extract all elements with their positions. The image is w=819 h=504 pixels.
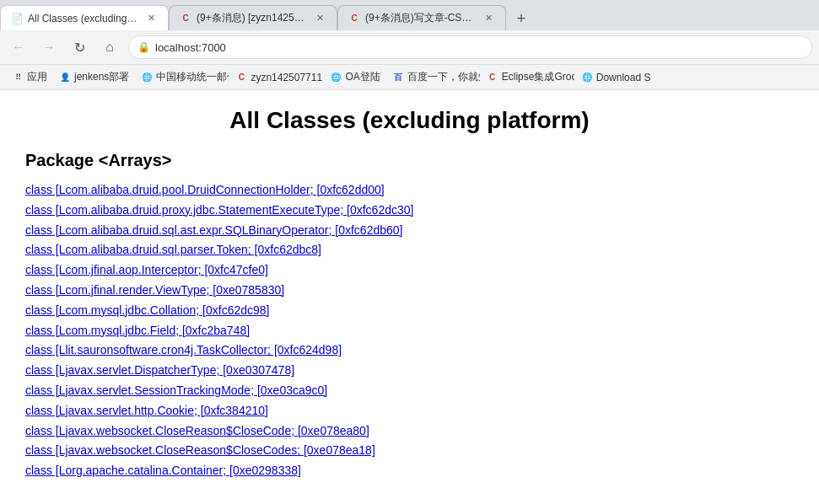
forward-button[interactable]: →: [37, 35, 61, 59]
tab-bar: 📄 All Classes (excluding platfor… ✕ C (9…: [0, 0, 819, 30]
class-list-item: class [Lcom.mysql.jdbc.Field; [0xfc2ba74…: [25, 321, 794, 341]
class-list: class [Lcom.alibaba.druid.pool.DruidConn…: [25, 180, 794, 481]
url-text: localhost:7000: [155, 41, 226, 54]
class-list-item: class [Lcom.alibaba.druid.pool.DruidConn…: [25, 180, 794, 201]
class-link[interactable]: class [Ljavax.servlet.SessionTrackingMod…: [25, 383, 327, 397]
lock-icon: 🔒: [137, 41, 150, 53]
url-bar[interactable]: 🔒 localhost:7000: [128, 35, 812, 59]
class-list-item: class [Llit.sauronsoftware.cron4j.TaskCo…: [25, 340, 794, 361]
oa-icon: 🌐: [330, 72, 342, 83]
tab-favicon-csdn-2: C: [348, 13, 360, 24]
jenkins-icon: 👤: [59, 72, 71, 83]
browser-frame: 📄 All Classes (excluding platfor… ✕ C (9…: [0, 0, 819, 504]
bookmark-label-oa: OA登陆: [345, 70, 380, 84]
class-link[interactable]: class [Lcom.jfinal.aop.Interceptor; [0xf…: [25, 263, 268, 276]
csdn-icon-1: C: [235, 72, 247, 83]
tab-3[interactable]: C (9+条消息)写文章-CSDN博客 ✕: [337, 5, 506, 30]
apps-icon: ⠿: [12, 72, 24, 83]
bookmark-apps[interactable]: ⠿ 应用: [7, 68, 52, 86]
bookmark-label-baidu: 百度一下，你就知道: [407, 70, 480, 84]
class-list-item: class [Lcom.alibaba.druid.sql.parser.Tok…: [25, 240, 794, 260]
bookmark-label-eclipse: Eclipse集成Groov...: [502, 70, 574, 84]
class-link[interactable]: class [Ljavax.servlet.http.Cookie; [0xfc…: [25, 404, 268, 417]
tab-2[interactable]: C (9+条消息) [zyzn14250771195… ✕: [169, 5, 337, 30]
tab-close-2[interactable]: ✕: [313, 12, 326, 25]
class-link[interactable]: class [Lcom.jfinal.render.ViewType; [0xe…: [25, 283, 284, 297]
class-list-item: class [Lcom.alibaba.druid.sql.ast.expr.S…: [25, 221, 794, 241]
class-list-item: class [Lcom.jfinal.aop.Interceptor; [0xf…: [25, 260, 794, 281]
tab-close-1[interactable]: ✕: [144, 12, 158, 25]
bookmark-label-csdn: zyzn14250771119...: [251, 72, 323, 83]
bookmarks-bar: ⠿ 应用 👤 jenkens部署 🌐 中国移动统一邮件... C zyzn142…: [0, 65, 819, 90]
csdn-icon-2: C: [487, 72, 498, 83]
page-content: All Classes (excluding platform) Package…: [0, 90, 819, 504]
class-link[interactable]: class [Lcom.alibaba.druid.sql.parser.Tok…: [25, 243, 321, 256]
tab-title-2: (9+条消息) [zyzn14250771195…: [197, 11, 308, 25]
class-list-item: class [Lcom.mysql.jdbc.Collation; [0xfc6…: [25, 301, 794, 321]
bookmark-label-jenkins: jenkens部署: [74, 70, 129, 84]
page-title: All Classes (excluding platform): [25, 107, 794, 134]
bookmark-label-apps: 应用: [27, 70, 47, 84]
bookmark-womail[interactable]: 🌐 中国移动统一邮件...: [136, 68, 229, 86]
class-link[interactable]: class [Llit.sauronsoftware.cron4j.TaskCo…: [25, 343, 342, 357]
new-tab-button[interactable]: +: [509, 7, 533, 30]
bookmark-download[interactable]: 🌐 Download S: [576, 70, 656, 85]
address-bar: ← → ↻ ⌂ 🔒 localhost:7000: [0, 30, 819, 65]
bookmark-oa[interactable]: 🌐 OA登陆: [325, 68, 385, 86]
tab-active[interactable]: 📄 All Classes (excluding platfor… ✕: [0, 5, 169, 30]
package-heading: Package <Arrays>: [25, 151, 794, 170]
class-list-item: class [Lcom.alibaba.druid.proxy.jdbc.Sta…: [25, 201, 794, 221]
class-link[interactable]: class [Lorg.apache.catalina.Container; […: [25, 464, 301, 477]
class-link[interactable]: class [Lcom.mysql.jdbc.Field; [0xfc2ba74…: [25, 324, 250, 337]
class-list-item: class [Ljavax.websocket.CloseReason$Clos…: [25, 421, 794, 442]
tab-title-1: All Classes (excluding platfor…: [28, 13, 139, 24]
class-list-item: class [Ljavax.servlet.http.Cookie; [0xfc…: [25, 401, 794, 421]
bookmark-baidu[interactable]: 百 百度一下，你就知道: [387, 68, 480, 86]
class-list-item: class [Ljavax.servlet.SessionTrackingMod…: [25, 381, 794, 401]
tab-close-3[interactable]: ✕: [482, 12, 495, 25]
bookmark-jenkins[interactable]: 👤 jenkens部署: [54, 68, 134, 86]
bookmark-csdn[interactable]: C zyzn14250771119...: [230, 70, 323, 85]
class-list-item: class [Ljavax.servlet.DispatcherType; [0…: [25, 361, 794, 381]
class-link[interactable]: class [Lcom.mysql.jdbc.Collation; [0xfc6…: [25, 303, 269, 317]
class-link[interactable]: class [Lcom.alibaba.druid.proxy.jdbc.Sta…: [25, 203, 413, 217]
class-link[interactable]: class [Ljavax.websocket.CloseReason$Clos…: [25, 424, 369, 437]
download-icon: 🌐: [581, 72, 593, 83]
baidu-icon: 百: [392, 72, 404, 83]
class-list-item: class [Lcom.jfinal.render.ViewType; [0xe…: [25, 281, 794, 301]
class-link[interactable]: class [Ljavax.websocket.CloseReason$Clos…: [25, 443, 375, 457]
class-list-item: class [Ljavax.websocket.CloseReason$Clos…: [25, 441, 794, 461]
back-button[interactable]: ←: [7, 35, 30, 59]
bookmark-label-womail: 中国移动统一邮件...: [156, 70, 229, 84]
home-button[interactable]: ⌂: [98, 35, 121, 59]
class-link[interactable]: class [Lcom.alibaba.druid.sql.ast.expr.S…: [25, 223, 402, 237]
tab-favicon-doc: 📄: [11, 13, 23, 24]
bookmark-eclipse[interactable]: C Eclipse集成Groov...: [482, 68, 574, 86]
class-link[interactable]: class [Ljavax.servlet.DispatcherType; [0…: [25, 363, 294, 377]
tab-title-3: (9+条消息)写文章-CSDN博客: [365, 11, 477, 25]
refresh-button[interactable]: ↻: [67, 35, 91, 59]
class-list-item: class [Lorg.apache.catalina.Container; […: [25, 461, 794, 481]
tab-favicon-csdn-1: C: [180, 13, 191, 24]
bookmark-label-download: Download S: [596, 72, 651, 83]
class-link[interactable]: class [Lcom.alibaba.druid.pool.DruidConn…: [25, 183, 385, 196]
womail-icon: 🌐: [141, 72, 153, 83]
